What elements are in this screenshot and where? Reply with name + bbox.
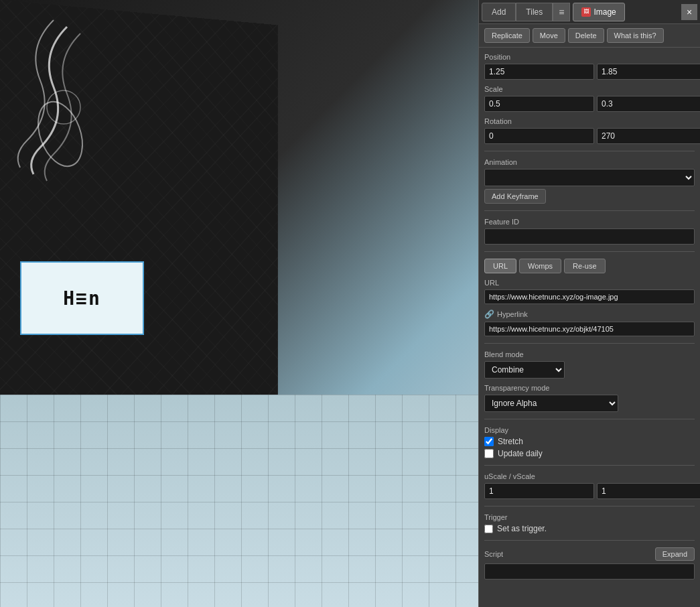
hyperlink-label: Hyperlink	[497, 310, 528, 318]
vscale-input[interactable]	[597, 483, 700, 499]
divider-2	[484, 210, 695, 211]
set-as-trigger-label: Set as trigger.	[497, 524, 547, 533]
rotation-label: Rotation	[484, 117, 695, 125]
transparency-mode-select[interactable]: Ignore Alpha Alpha Blend Alpha Clip	[484, 395, 618, 412]
position-group: Position	[484, 53, 695, 80]
reuse-button[interactable]: Re-use	[564, 259, 605, 273]
rotation-group: Rotation	[484, 117, 695, 144]
scale-inputs	[484, 96, 695, 112]
url-label: URL	[484, 279, 695, 287]
position-y-input[interactable]	[597, 64, 700, 80]
blend-mode-group: Blend mode Combine Add Subtract Multiply	[484, 350, 695, 379]
divider-4	[484, 343, 695, 344]
divider-8	[484, 540, 695, 541]
move-button[interactable]: Move	[533, 28, 565, 43]
trigger-label: Trigger	[484, 513, 695, 521]
3d-viewport: H≡n	[0, 0, 478, 607]
uscale-vscale-group: uScale / vScale	[484, 472, 695, 499]
action-bar: Replicate Move Delete What is this?	[479, 24, 700, 48]
animation-label: Animation	[484, 158, 695, 166]
scale-x-input[interactable]	[484, 96, 594, 112]
delete-button[interactable]: Delete	[568, 28, 604, 43]
scale-label: Scale	[484, 85, 695, 93]
floor-grid	[0, 395, 478, 607]
blend-mode-select[interactable]: Combine Add Subtract Multiply	[484, 361, 565, 379]
trigger-row: Set as trigger.	[484, 524, 695, 533]
womps-button[interactable]: Womps	[519, 259, 561, 273]
link-icon: 🔗	[484, 310, 494, 319]
replicate-button[interactable]: Replicate	[484, 28, 530, 43]
rotation-y-input[interactable]	[597, 128, 700, 144]
script-input[interactable]	[484, 563, 695, 580]
feature-id-input[interactable]	[484, 228, 695, 245]
right-panel: Add Tiles ≡ 🖼 Image × Replicate Move Del…	[478, 0, 700, 607]
rotation-inputs	[484, 128, 695, 144]
divider-7	[484, 506, 695, 507]
tab-add[interactable]: Add	[482, 3, 516, 21]
stretch-row: Stretch	[484, 437, 695, 446]
uscale-vscale-label: uScale / vScale	[484, 472, 695, 480]
trigger-checkbox[interactable]	[484, 525, 493, 533]
tab-menu-button[interactable]: ≡	[553, 3, 570, 21]
svg-point-0	[30, 96, 91, 172]
scale-y-input[interactable]	[597, 96, 700, 112]
position-x-input[interactable]	[484, 64, 594, 80]
viewport-background: H≡n	[0, 0, 478, 607]
transparency-mode-group: Transparency mode Ignore Alpha Alpha Ble…	[484, 384, 695, 412]
script-header: Script Expand	[484, 547, 695, 561]
rotation-x-input[interactable]	[484, 128, 594, 144]
url-group: URL	[484, 279, 695, 304]
feature-id-label: Feature ID	[484, 218, 695, 226]
animation-select[interactable]	[484, 169, 695, 186]
divider-1	[484, 151, 695, 151]
trigger-group: Trigger Set as trigger.	[484, 513, 695, 533]
hyperlink-label-row: 🔗 Hyperlink	[484, 310, 695, 319]
hyperlink-group: 🔗 Hyperlink	[484, 310, 695, 336]
update-daily-checkbox[interactable]	[484, 449, 494, 458]
scale-inputs-uv	[484, 483, 695, 499]
close-button[interactable]: ×	[681, 4, 697, 20]
floor-area	[0, 395, 478, 607]
panel-content[interactable]: Position Scale Rotation	[479, 48, 700, 607]
image-tile-content: H≡n	[63, 287, 101, 310]
uscale-input[interactable]	[484, 483, 594, 499]
hyperlink-input[interactable]	[484, 322, 695, 336]
url-button[interactable]: URL	[484, 259, 516, 273]
position-label: Position	[484, 53, 695, 61]
url-input[interactable]	[484, 289, 695, 304]
add-keyframe-button[interactable]: Add Keyframe	[484, 189, 546, 204]
scale-group: Scale	[484, 85, 695, 112]
transparency-mode-label: Transparency mode	[484, 384, 695, 392]
tab-bar: Add Tiles ≡ 🖼 Image ×	[479, 0, 700, 24]
update-daily-row: Update daily	[484, 449, 695, 458]
script-group: Script Expand	[484, 547, 695, 580]
image-tile-object: H≡n	[20, 261, 144, 335]
expand-button[interactable]: Expand	[655, 547, 695, 561]
what-is-this-button[interactable]: What is this?	[607, 28, 664, 43]
divider-6	[484, 465, 695, 466]
divider-3	[484, 251, 695, 252]
position-inputs	[484, 64, 695, 80]
blend-mode-label: Blend mode	[484, 350, 695, 358]
display-label: Display	[484, 426, 695, 434]
feature-id-group: Feature ID	[484, 218, 695, 245]
tab-image[interactable]: 🖼 Image	[573, 3, 624, 21]
divider-5	[484, 419, 695, 419]
stretch-checkbox[interactable]	[484, 437, 494, 446]
decoration-art	[0, 0, 134, 188]
display-group: Display Stretch Update daily	[484, 426, 695, 458]
update-daily-label: Update daily	[498, 449, 543, 458]
url-buttons-row: URL Womps Re-use	[484, 259, 695, 273]
image-tab-icon: 🖼	[581, 7, 591, 17]
svg-point-1	[47, 90, 80, 124]
animation-section: Animation Add Keyframe	[484, 158, 695, 204]
script-label: Script	[484, 550, 503, 558]
tab-image-label: Image	[593, 7, 616, 17]
tab-tiles[interactable]: Tiles	[516, 3, 553, 21]
stretch-label: Stretch	[498, 437, 523, 446]
